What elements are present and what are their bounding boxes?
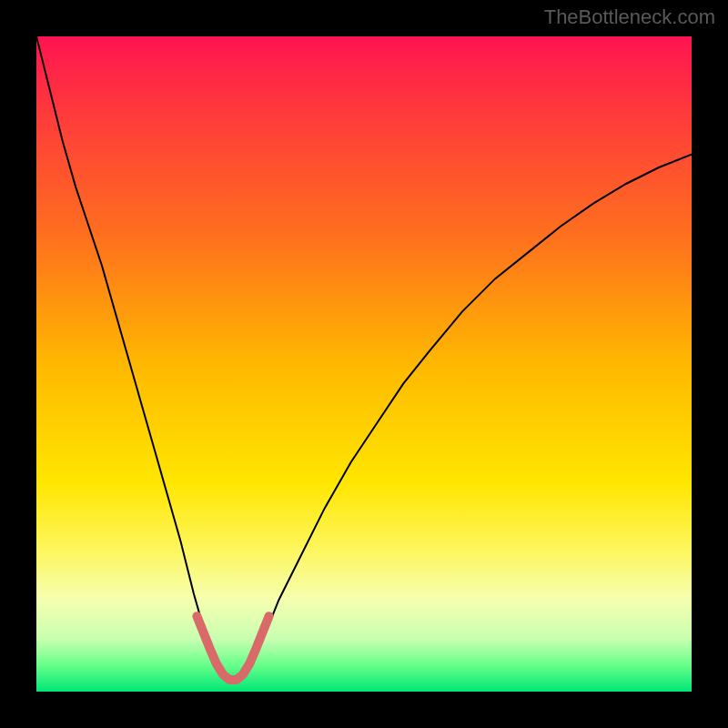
chart-outer-frame: TheBottleneck.com [0,0,728,728]
watermark-text: TheBottleneck.com [544,5,715,29]
plot-area [36,36,692,692]
gradient-background [36,36,692,692]
chart-svg [36,36,692,692]
